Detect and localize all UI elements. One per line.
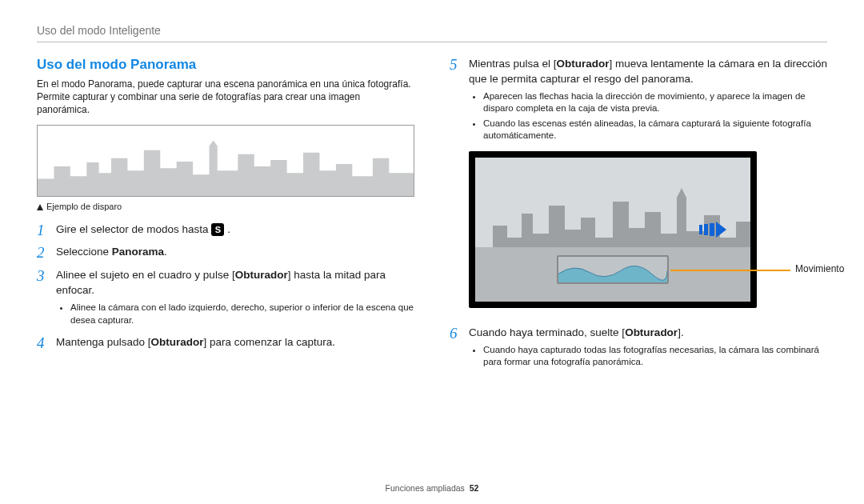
step-text: Mantenga pulsado [Obturador] para comenz… [56,335,414,352]
sub-bullets: Cuando haya capturado todas las fotograf… [469,344,827,369]
page: { "header": "Uso del modo Inteligente", … [0,0,864,504]
step-5: 5 Mientras pulsa el [Obturador] mueva le… [450,57,827,145]
step-text: Alinee el sujeto en el cuadro y pulse [O… [56,268,414,329]
step-number: 2 [37,245,48,262]
sub-bullet: Cuando haya capturado todas las fotograf… [483,344,827,369]
triangle-bullet-icon [37,204,43,210]
right-column: 5 Mientras pulsa el [Obturador] mueva le… [450,57,827,378]
step-4: 4 Mantenga pulsado [Obturador] para come… [37,335,414,352]
intro-paragraph: En el modo Panorama, puede capturar una … [37,78,414,117]
page-number: 52 [470,483,479,493]
step-number: 5 [450,57,461,145]
caption-text: Ejemplo de disparo [46,202,122,211]
steps-right-continued: 6 Cuando haya terminado, suelte [Obturad… [450,326,827,371]
divider [37,42,827,42]
camera-screen [469,151,757,308]
section-title: Uso del modo Panorama [37,57,414,73]
sub-bullets: Alinee la cámara con el lado izquierdo, … [56,302,414,326]
direction-arrow-icon [699,222,726,238]
step-number: 6 [450,326,461,371]
two-column-layout: Uso del modo Panorama En el modo Panoram… [37,57,827,378]
skyline-graphic [37,125,414,197]
footer-label: Funciones ampliadas [386,483,465,493]
leader-line [670,270,790,271]
mode-dial-icon: S [211,223,224,236]
breadcrumb: Uso del modo Inteligente [37,24,827,37]
step-text: Cuando haya terminado, suelte [Obturador… [469,326,827,371]
sub-bullet: Cuando las escenas estén alineadas, la c… [483,118,827,142]
steps-left: 1 Gire el selector de modos hasta S . 2 … [37,222,414,352]
panorama-example-illustration [37,125,414,197]
steps-right: 5 Mientras pulsa el [Obturador] mueva le… [450,57,827,145]
step-1: 1 Gire el selector de modos hasta S . [37,222,414,239]
illustration-caption: Ejemplo de disparo [37,202,414,211]
sub-bullet: Alinee la cámara con el lado izquierdo, … [70,302,414,326]
sub-bullet: Aparecen las flechas hacia la dirección … [483,90,827,115]
step-text: Mientras pulsa el [Obturador] mueva lent… [469,57,827,145]
capture-preview-box [557,255,669,284]
sub-bullets: Aparecen las flechas hacia la dirección … [469,90,827,142]
step-3: 3 Alinee el sujeto en el cuadro y pulse … [37,268,414,329]
step-number: 1 [37,222,48,239]
step-text: Seleccione Panorama. [56,245,414,262]
left-column: Uso del modo Panorama En el modo Panoram… [37,57,414,378]
step-2: 2 Seleccione Panorama. [37,245,414,262]
step-text: Gire el selector de modos hasta S . [56,222,414,239]
step-6: 6 Cuando haya terminado, suelte [Obturad… [450,326,827,371]
step-number: 4 [37,335,48,352]
movement-label: Movimiento [795,263,844,274]
step-number: 3 [37,268,48,329]
page-footer: Funciones ampliadas 52 [0,483,864,493]
camera-preview-illustration: Movimiento [469,151,757,308]
